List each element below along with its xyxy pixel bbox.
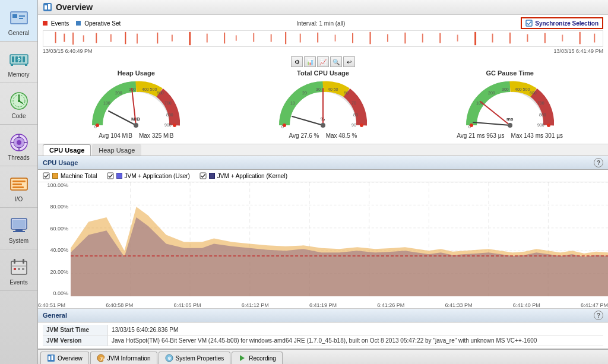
svg-rect-8 xyxy=(23,56,25,62)
gauge-ctrl-4[interactable]: 🔍 xyxy=(330,56,342,67)
sidebar-item-system[interactable]: System xyxy=(0,208,37,249)
heap-gauge-container: Heap Usage 0 100 200 300 400 500 xyxy=(43,69,230,139)
bottom-tab-sys-props[interactable]: ⚙ System Properties xyxy=(159,352,231,364)
svg-rect-48 xyxy=(125,32,126,44)
svg-point-12 xyxy=(18,59,20,61)
gauge-ctrl-2[interactable]: 📊 xyxy=(304,56,316,67)
bottom-tab-recording[interactable]: Recording xyxy=(232,352,283,364)
svg-marker-149 xyxy=(240,355,245,361)
jvm-user-checkbox[interactable] xyxy=(107,172,114,179)
general-content: JVM Start Time 13/03/15 6:40:26.836 PM J… xyxy=(38,322,608,349)
svg-point-18 xyxy=(17,140,21,145)
io-icon xyxy=(8,173,30,195)
general-help-icon[interactable]: ? xyxy=(594,311,603,320)
cpu-help-icon[interactable]: ? xyxy=(594,158,603,167)
svg-rect-1 xyxy=(12,14,17,18)
svg-rect-41 xyxy=(526,20,532,26)
sync-checkbox-icon xyxy=(525,20,533,27)
svg-rect-39 xyxy=(45,5,47,10)
gauge-ctrl-1[interactable]: ⚙ xyxy=(291,56,303,67)
sidebar-item-threads[interactable]: Threads xyxy=(0,125,37,166)
svg-rect-3 xyxy=(19,18,23,19)
svg-rect-35 xyxy=(14,268,16,270)
machine-total-checkbox[interactable] xyxy=(43,172,50,179)
jvm-info-tab-icon: JVM xyxy=(97,354,105,362)
svg-rect-33 xyxy=(23,259,24,264)
svg-rect-64 xyxy=(387,34,388,42)
events-legend: Events Operative Set xyxy=(43,20,121,27)
bottom-tab-overview[interactable]: Overview xyxy=(40,352,89,364)
sys-props-tab-icon: ⚙ xyxy=(165,354,173,362)
svg-rect-37 xyxy=(22,268,24,270)
sidebar-item-code[interactable]: Code xyxy=(0,83,37,125)
machine-total-color xyxy=(52,173,58,179)
svg-rect-57 xyxy=(271,34,272,42)
sync-selection[interactable]: Synchronize Selection xyxy=(521,17,603,29)
svg-text:200: 200 xyxy=(115,91,122,95)
legend-operative: Operative Set xyxy=(76,20,121,27)
svg-rect-143 xyxy=(49,356,50,360)
sidebar: General Memory xyxy=(0,0,38,364)
sidebar-item-io[interactable]: I/O xyxy=(0,166,37,208)
svg-rect-67 xyxy=(439,33,441,43)
sidebar-item-code-label: Code xyxy=(12,113,26,119)
svg-line-117 xyxy=(473,122,510,125)
title-bar: Overview xyxy=(38,0,608,15)
svg-rect-26 xyxy=(12,186,24,188)
svg-rect-45 xyxy=(83,35,84,42)
bottom-tab-sys-props-label: System Properties xyxy=(176,355,224,362)
sidebar-item-io-label: I/O xyxy=(15,196,23,202)
svg-point-105 xyxy=(283,124,286,127)
events-header: Events Operative Set Interval: 1 min (al… xyxy=(43,17,603,29)
timeline-chart[interactable] xyxy=(43,30,603,47)
svg-point-121 xyxy=(547,124,550,127)
jvm-kernel-label: JVM + Application (Kernel) xyxy=(217,173,287,179)
svg-text:90: 90 xyxy=(352,123,356,127)
svg-rect-76 xyxy=(594,34,595,43)
sidebar-item-general-label: General xyxy=(8,30,30,36)
code-icon xyxy=(8,90,30,112)
svg-rect-49 xyxy=(137,34,138,44)
svg-rect-70 xyxy=(492,34,493,43)
svg-rect-144 xyxy=(52,356,53,360)
tab-cpu-usage[interactable]: CPU Usage xyxy=(43,144,91,156)
tab-heap-usage[interactable]: Heap Usage xyxy=(92,144,141,156)
svg-rect-52 xyxy=(189,32,191,45)
svg-rect-59 xyxy=(300,34,301,43)
svg-text:700: 700 xyxy=(164,101,172,105)
svg-rect-53 xyxy=(207,34,208,43)
jvm-version-row: JVM Version Java HotSpot(TM) 64-Bit Serv… xyxy=(43,335,603,346)
general-section-header: General ? xyxy=(38,309,608,322)
svg-rect-74 xyxy=(562,35,563,42)
cpu-section-header: CPU Usage ? xyxy=(38,156,608,170)
timeline-end: 13/03/15 6:41:49 PM xyxy=(553,48,603,54)
svg-marker-140 xyxy=(71,207,608,296)
jvm-kernel-checkbox[interactable] xyxy=(200,172,207,179)
svg-rect-30 xyxy=(13,231,25,232)
svg-line-118 xyxy=(480,102,510,125)
jvm-start-time-label: JVM Start Time xyxy=(43,325,108,335)
bottom-tab-recording-label: Recording xyxy=(249,355,276,362)
svg-text:900: 900 xyxy=(164,123,172,127)
heap-gauge-svg: 0 100 200 300 400 500 600 700 800 900 Mi… xyxy=(88,78,183,131)
gauge-ctrl-3[interactable]: 📈 xyxy=(317,56,329,67)
sidebar-item-general[interactable]: General xyxy=(0,0,37,42)
svg-text:800: 800 xyxy=(166,113,173,117)
bottom-tab-jvm-info[interactable]: JVM JVM Information xyxy=(90,352,157,364)
sidebar-item-events-label: Events xyxy=(10,279,28,286)
sidebar-item-memory[interactable]: Memory xyxy=(0,42,37,83)
svg-rect-10 xyxy=(25,64,27,66)
main-content: Overview Events Operative Set Interval: … xyxy=(38,0,608,364)
svg-text:700: 700 xyxy=(537,101,544,105)
overview-area: Events Operative Set Interval: 1 min (al… xyxy=(38,15,608,144)
svg-text:200: 200 xyxy=(488,91,495,95)
jvm-start-time-value: 13/03/15 6:40:26.836 PM xyxy=(108,325,603,335)
svg-rect-9 xyxy=(11,64,13,66)
svg-rect-62 xyxy=(352,33,353,43)
sidebar-item-events[interactable]: Events xyxy=(0,249,37,291)
svg-rect-123 xyxy=(107,173,113,179)
gauge-ctrl-5[interactable]: ↩ xyxy=(343,56,355,67)
cpu-gauge-title: Total CPU Usage xyxy=(297,69,349,77)
bottom-tabs: Overview JVM JVM Information ⚙ System Pr… xyxy=(38,349,608,364)
svg-text:100: 100 xyxy=(103,101,110,105)
